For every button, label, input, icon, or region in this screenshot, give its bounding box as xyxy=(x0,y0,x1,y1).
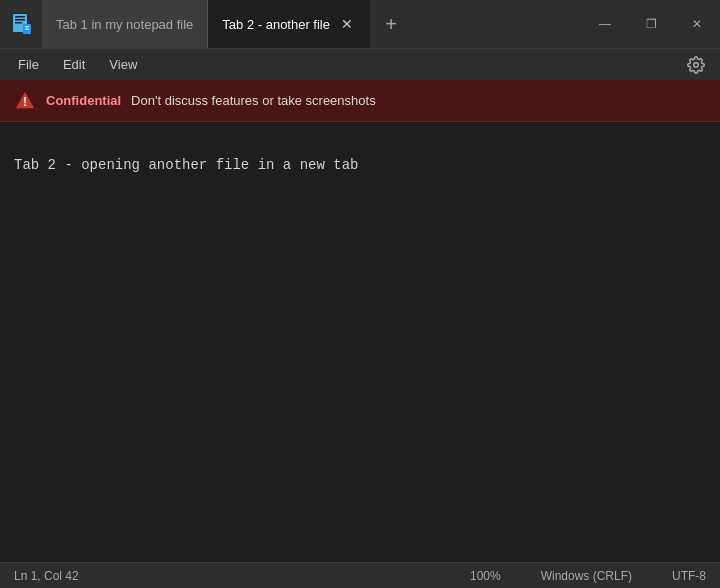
tab-2[interactable]: Tab 2 - another file ✕ xyxy=(208,0,370,48)
new-tab-icon: + xyxy=(385,13,397,36)
tab-2-close-button[interactable]: ✕ xyxy=(338,15,356,33)
new-tab-button[interactable]: + xyxy=(374,7,408,41)
svg-rect-1 xyxy=(15,16,25,18)
status-bar: Ln 1, Col 42 100% Windows (CRLF) UTF-8 xyxy=(0,562,720,588)
tab-1-label: Tab 1 in my notepad file xyxy=(56,17,193,32)
close-icon: ✕ xyxy=(692,17,702,31)
restore-button[interactable]: ❐ xyxy=(628,0,674,48)
close-button[interactable]: ✕ xyxy=(674,0,720,48)
menu-view[interactable]: View xyxy=(99,53,147,76)
minimize-button[interactable]: — xyxy=(582,0,628,48)
svg-rect-5 xyxy=(25,26,29,27)
status-line-ending: Windows (CRLF) xyxy=(541,569,632,583)
tab-2-label: Tab 2 - another file xyxy=(222,17,330,32)
minimize-icon: — xyxy=(599,17,611,31)
title-bar: Tab 1 in my notepad file Tab 2 - another… xyxy=(0,0,720,48)
svg-text:!: ! xyxy=(23,94,27,108)
svg-rect-2 xyxy=(15,19,25,21)
restore-icon: ❐ xyxy=(646,17,657,31)
editor-content: Tab 2 - opening another file in a new ta… xyxy=(14,157,358,173)
app-icon xyxy=(8,10,36,38)
editor-area[interactable]: Tab 2 - opening another file in a new ta… xyxy=(0,122,720,562)
confidential-label: Confidential xyxy=(46,93,121,108)
window-controls: — ❐ ✕ xyxy=(582,0,720,48)
status-encoding: UTF-8 xyxy=(672,569,706,583)
status-zoom: 100% xyxy=(470,569,501,583)
menu-bar: File Edit View xyxy=(0,48,720,80)
status-position: Ln 1, Col 42 xyxy=(14,569,79,583)
settings-icon xyxy=(687,56,705,74)
menu-edit[interactable]: Edit xyxy=(53,53,95,76)
menu-file[interactable]: File xyxy=(8,53,49,76)
svg-point-7 xyxy=(694,62,699,67)
confidential-message: Don't discuss features or take screensho… xyxy=(131,93,376,108)
settings-button[interactable] xyxy=(680,51,712,79)
svg-rect-3 xyxy=(15,22,22,24)
warning-icon: ! xyxy=(14,90,36,112)
svg-rect-6 xyxy=(25,29,29,30)
confidential-banner: ! Confidential Don't discuss features or… xyxy=(0,80,720,122)
tab-1[interactable]: Tab 1 in my notepad file xyxy=(42,0,208,48)
